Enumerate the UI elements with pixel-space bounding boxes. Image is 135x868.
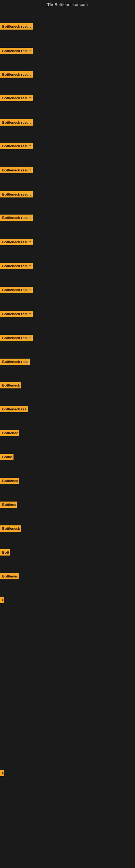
bottleneck-item: Bottlenec <box>0 478 19 485</box>
bottleneck-item: Bottle <box>0 454 13 461</box>
bottleneck-item: Bottlenec <box>0 573 19 581</box>
bottleneck-item: Bottleneck result <box>0 95 33 102</box>
bottleneck-item: Bottleneck result <box>0 191 33 198</box>
bottleneck-item: Bottleneck result <box>0 48 33 55</box>
bottleneck-badge: Bottleneck result <box>0 23 33 30</box>
bottleneck-badge: Bottlene <box>0 501 17 508</box>
bottleneck-item: B <box>0 770 4 777</box>
bottleneck-badge: Bottlenec <box>0 478 19 484</box>
bottleneck-item: Bottleneck result <box>0 71 33 79</box>
site-header: TheBottlenecker.com <box>0 0 135 8</box>
bottleneck-badge: Bottleneck result <box>0 71 33 78</box>
bottleneck-badge: Bottleneck result <box>0 191 33 197</box>
bottleneck-item: Bottlenec <box>0 430 19 437</box>
bottleneck-badge: Bottleneck res <box>0 406 28 412</box>
bottleneck-item: Bottleneck result <box>0 335 33 342</box>
bottleneck-badge: Bott <box>0 549 10 556</box>
bottleneck-item: Bottleneck result <box>0 23 33 31</box>
bottleneck-item: Bottleneck <box>0 525 21 533</box>
bottleneck-badge: Bottle <box>0 454 13 460</box>
bottleneck-item: Bottlene <box>0 501 17 509</box>
bottleneck-item: Bottleneck resu <box>0 359 30 366</box>
bottleneck-badge: B <box>0 770 4 776</box>
bottleneck-badge: Bottleneck result <box>0 95 33 101</box>
bottleneck-badge: Bottleneck result <box>0 335 33 341</box>
bottleneck-item: B <box>0 597 4 604</box>
bottleneck-badge: Bottleneck result <box>0 239 33 245</box>
bottleneck-item: Bottleneck res <box>0 406 28 413</box>
bottleneck-item: Bottleneck <box>0 382 21 390</box>
bottleneck-item: Bottleneck result <box>0 167 33 175</box>
bottleneck-badge: Bottleneck <box>0 382 21 389</box>
bottleneck-item: Bottleneck result <box>0 287 33 294</box>
bottleneck-item: Bottleneck result <box>0 215 33 222</box>
bottleneck-badge: Bottleneck <box>0 525 21 532</box>
bottleneck-badge: Bottlenec <box>0 430 19 436</box>
bottleneck-item: Bottleneck result <box>0 239 33 246</box>
bottleneck-badge: Bottlenec <box>0 573 19 579</box>
bottleneck-badge: Bottleneck resu <box>0 359 30 365</box>
bottleneck-badge: Bottleneck result <box>0 215 33 221</box>
bottleneck-badge: Bottleneck result <box>0 48 33 54</box>
bottleneck-badge: Bottleneck result <box>0 311 33 317</box>
bottleneck-badge: Bottleneck result <box>0 287 33 293</box>
bottleneck-item: Bottleneck result <box>0 143 33 150</box>
bottleneck-item: Bottleneck result <box>0 263 33 270</box>
bottleneck-badge: B <box>0 597 4 603</box>
bottleneck-badge: Bottleneck result <box>0 143 33 149</box>
bottleneck-badge: Bottleneck result <box>0 167 33 173</box>
bottleneck-item: Bott <box>0 549 10 557</box>
bottleneck-item: Bottleneck result <box>0 119 33 127</box>
bottleneck-item: Bottleneck result <box>0 311 33 318</box>
bottleneck-badge: Bottleneck result <box>0 119 33 126</box>
bottleneck-badge: Bottleneck result <box>0 263 33 269</box>
